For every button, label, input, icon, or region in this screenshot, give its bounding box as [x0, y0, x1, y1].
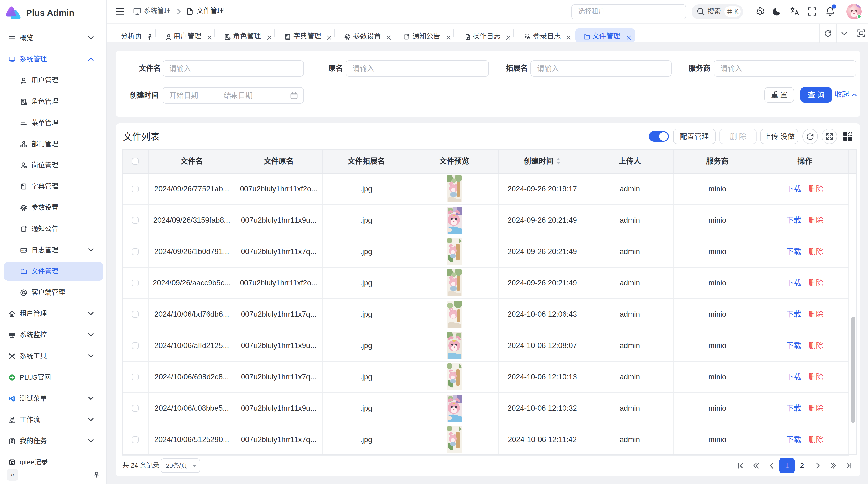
svg-text:DEV: DEV [22, 249, 26, 252]
